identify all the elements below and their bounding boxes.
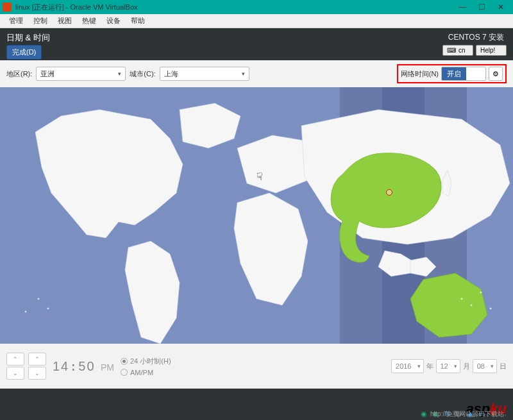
radio-icon — [121, 358, 128, 365]
timezone-map[interactable]: ☟ — [0, 87, 513, 344]
virtualbox-statusbar: ◉ ◉ ⇅ ψ ▣ ▭ ● ⌄ — [416, 407, 513, 420]
ntp-settings-button[interactable]: ⚙ — [489, 67, 503, 81]
virtualbox-titlebar: linux [正在运行] - Oracle VM VirtualBox — ☐ … — [0, 0, 513, 14]
install-label: CENTOS 7 安装 — [442, 32, 507, 43]
window-title: linux [正在运行] - Oracle VM VirtualBox — [15, 3, 453, 12]
day-unit: 日 — [500, 362, 507, 371]
svg-point-7 — [38, 298, 40, 300]
hour-down-button[interactable]: ⌄ — [6, 367, 24, 380]
menu-hotkey[interactable]: 热键 — [77, 15, 101, 27]
network-time-highlight: 网络时间(N) 开启 ⚙ — [397, 64, 507, 83]
year-unit: 年 — [426, 362, 433, 371]
region-label: 地区(R): — [6, 69, 32, 79]
hour-up-button[interactable]: ⌃ — [6, 353, 24, 365]
region-combo[interactable]: 亚洲 — [36, 67, 126, 81]
menu-view[interactable]: 视图 — [53, 15, 77, 27]
menu-help[interactable]: 帮助 — [126, 15, 150, 27]
keyboard-layout-button[interactable]: ⌨ cn — [442, 45, 473, 56]
city-combo[interactable]: 上海 — [160, 67, 249, 81]
keyboard-icon: ⌨ — [447, 47, 456, 54]
shared-folder-icon[interactable]: ▣ — [466, 409, 475, 418]
menu-device[interactable]: 设备 — [101, 15, 126, 27]
month-unit: 月 — [463, 362, 470, 371]
svg-point-5 — [480, 292, 482, 294]
window-controls: — ☐ ✕ — [453, 0, 510, 14]
guest-screen: 日期 & 时间 完成(D) CENTOS 7 安装 ⌨ cn Help! 地区(… — [0, 28, 513, 420]
hdd-icon[interactable]: ◉ — [419, 409, 428, 418]
svg-point-9 — [25, 311, 27, 313]
minute-up-button[interactable]: ⌃ — [28, 353, 46, 365]
svg-point-6 — [490, 308, 492, 310]
virtualbox-menubar: 管理 控制 视图 热键 设备 帮助 — [0, 14, 513, 28]
minimize-button[interactable]: — — [453, 0, 472, 14]
toggle-off-area — [466, 67, 485, 80]
hostkey-icon[interactable]: ⌄ — [500, 409, 509, 418]
radio-ampm[interactable]: AM/PM — [121, 369, 171, 376]
optical-icon[interactable]: ◉ — [431, 409, 440, 418]
selected-city-marker — [386, 189, 392, 196]
network-time-toggle[interactable]: 开启 — [441, 67, 486, 81]
timezone-selector-row: 地区(R): 亚洲 城市(C): 上海 网络时间(N) 开启 ⚙ — [0, 60, 513, 87]
world-map-svg — [0, 87, 513, 344]
region-value: 亚洲 — [40, 69, 55, 79]
time-format-radios: 24 小时制(H) AM/PM — [121, 357, 171, 376]
menu-control[interactable]: 控制 — [28, 15, 53, 27]
menu-manage[interactable]: 管理 — [4, 15, 28, 27]
radio-icon — [121, 369, 128, 376]
time-steppers: ⌃ ⌄ ⌃ ⌄ — [6, 353, 46, 380]
done-button[interactable]: 完成(D) — [6, 45, 42, 60]
city-label: 城市(C): — [130, 69, 155, 79]
year-combo[interactable]: 2016 — [391, 359, 423, 373]
ampm-display: PM — [101, 362, 114, 373]
keyboard-layout-label: cn — [458, 47, 466, 54]
virtualbox-icon — [3, 3, 12, 12]
svg-point-8 — [47, 308, 49, 310]
gear-icon: ⚙ — [492, 70, 499, 78]
page-title: 日期 & 时间 — [6, 32, 50, 44]
radio-24h[interactable]: 24 小时制(H) — [121, 357, 171, 366]
minute-down-button[interactable]: ⌄ — [28, 367, 46, 380]
installer-header: 日期 & 时间 完成(D) CENTOS 7 安装 ⌨ cn Help! — [0, 28, 513, 60]
svg-point-3 — [461, 298, 463, 300]
record-icon[interactable]: ● — [489, 409, 498, 418]
date-selectors: 2016 年 12 月 08 日 — [391, 359, 507, 373]
month-combo[interactable]: 12 — [436, 359, 460, 373]
svg-point-4 — [471, 305, 473, 307]
map-cursor-icon: ☟ — [256, 171, 263, 183]
city-value: 上海 — [164, 69, 178, 79]
close-button[interactable]: ✕ — [491, 0, 510, 14]
network-time-label: 网络时间(N) — [401, 69, 439, 79]
day-combo[interactable]: 08 — [473, 359, 497, 373]
maximize-button[interactable]: ☐ — [472, 0, 491, 14]
display-icon[interactable]: ▭ — [477, 409, 486, 418]
network-icon[interactable]: ⇅ — [442, 409, 451, 418]
help-button[interactable]: Help! — [476, 45, 507, 56]
time-display: 14:50 PM — [53, 358, 114, 374]
toggle-on-label: 开启 — [442, 67, 466, 80]
usb-icon[interactable]: ψ — [454, 409, 463, 418]
time-date-controls: ⌃ ⌄ ⌃ ⌄ 14:50 PM 24 小时制(H) AM/PM 2016 年 … — [0, 344, 513, 389]
